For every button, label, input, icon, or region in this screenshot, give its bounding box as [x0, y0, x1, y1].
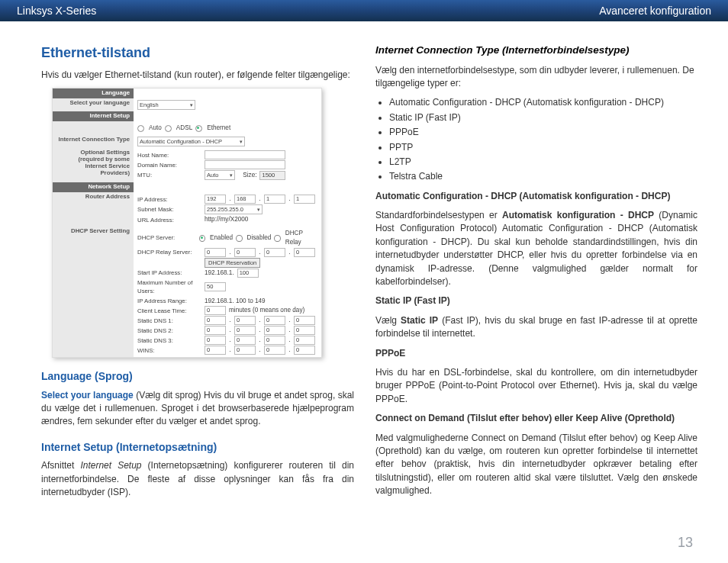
mtu-select[interactable]: Auto — [205, 170, 235, 180]
static-paragraph: Vælg Static IP (Fast IP), hvis du skal b… — [375, 314, 697, 341]
language-heading: Language (Sprog) — [41, 368, 354, 384]
header-bar: Linksys X-Series Avanceret konfiguration — [0, 0, 728, 21]
list-item: Automatic Configuration - DHCP (Automati… — [389, 96, 697, 109]
list-item: PPTP — [389, 141, 697, 154]
cod-paragraph: Med valgmulighederne Connect on Demand (… — [375, 432, 697, 498]
header-left: Linksys X-Series — [17, 3, 96, 18]
radio-ethernet[interactable] — [195, 125, 202, 132]
label-dhcp-setting: DHCP Server Setting — [53, 227, 134, 357]
list-item: Telstra Cable — [389, 170, 697, 183]
internet-setup-heading: Internet Setup (Internetopsætning) — [41, 439, 354, 455]
ict-intro: Vælg den internetforbindelsestype, som d… — [375, 64, 697, 91]
shot-section-language: Language — [53, 88, 134, 98]
radio-enabled[interactable] — [199, 235, 205, 242]
dhcp-paragraph: Standardforbindelsestypen er Automatisk … — [375, 209, 697, 288]
connection-type-list: Automatic Configuration - DHCP (Automati… — [389, 96, 697, 183]
page-number: 13 — [678, 532, 693, 552]
label-ict: Internet Connection Type — [53, 135, 134, 148]
cod-subhead: Connect on Demand (Tilslut efter behov) … — [375, 412, 697, 425]
radio-auto[interactable] — [137, 125, 144, 132]
radio-adsl[interactable] — [165, 125, 172, 132]
dhcp-reservation-button[interactable]: DHCP Reservation — [205, 258, 260, 268]
label-optional: Optional Settings (required by some Inte… — [53, 148, 134, 182]
url-value: http://my/X2000 — [205, 215, 248, 224]
ethernet-intro: Hvis du vælger Ethernet-tilstand (kun ro… — [41, 69, 354, 82]
ethernet-heading: Ethernet-tilstand — [41, 43, 354, 63]
host-input[interactable] — [205, 150, 285, 159]
size-input[interactable]: 1500 — [259, 171, 285, 180]
ict-heading: Internet Connection Type (Internetforbin… — [375, 43, 697, 58]
dhcp-subhead: Automatic Configuration - DHCP (Automati… — [375, 190, 697, 203]
subnet-select[interactable]: 255.255.255.0 — [205, 204, 263, 214]
header-right: Avanceret konfiguration — [599, 3, 711, 18]
list-item: PPPoE — [389, 126, 697, 139]
radio-relay[interactable] — [274, 235, 280, 242]
list-item: L2TP — [389, 156, 697, 169]
pppoe-paragraph: Hvis du har en DSL-forbindelse, skal du … — [375, 366, 697, 406]
list-item: Static IP (Fast IP) — [389, 111, 697, 124]
domain-input[interactable] — [205, 160, 285, 169]
pppoe-subhead: PPPoE — [375, 347, 697, 360]
static-subhead: Static IP (Fast IP) — [375, 294, 697, 307]
internet-setup-paragraph: Afsnittet Internet Setup (Internetopsætn… — [41, 459, 354, 499]
language-select[interactable]: English — [137, 100, 195, 110]
shot-section-internet-setup: Internet Setup — [53, 111, 134, 121]
radio-disabled[interactable] — [236, 235, 242, 242]
label-select-language: Select your language — [53, 98, 134, 111]
shot-section-network: Network Setup — [53, 182, 134, 192]
ict-select[interactable]: Automatic Configuration - DHCP — [137, 137, 245, 146]
label-router-address: Router Address — [53, 192, 134, 227]
language-paragraph: Select your language (Vælg dit sprog) Hv… — [41, 389, 354, 429]
settings-screenshot: Language Select your language English In… — [52, 88, 322, 358]
